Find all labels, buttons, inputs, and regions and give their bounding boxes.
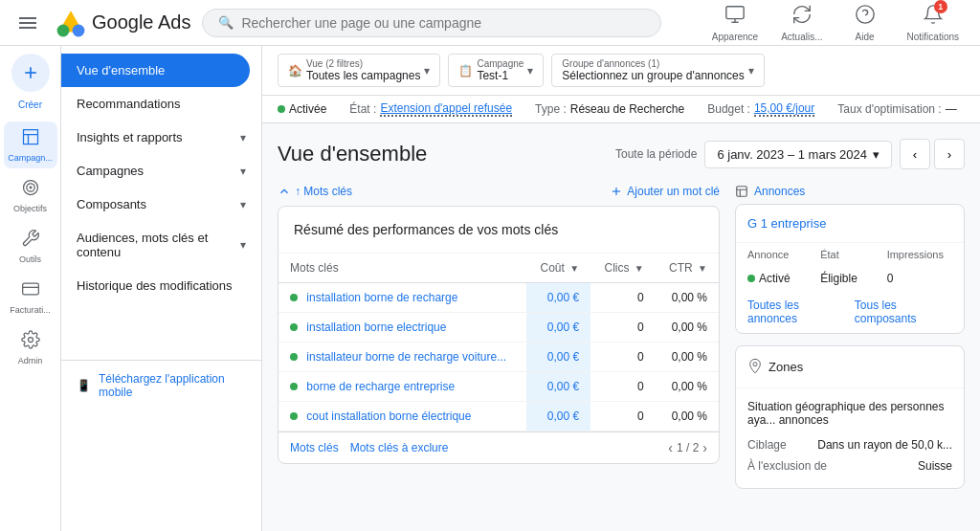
ctr-cell: 0,00 % bbox=[656, 283, 719, 313]
search-icon: 🔍 bbox=[218, 15, 234, 30]
g1-label[interactable]: G 1 entreprise bbox=[747, 216, 826, 231]
top-header: Google Ads 🔍 Apparence Actualis... bbox=[0, 0, 980, 46]
clics-cell: 0 bbox=[590, 313, 656, 343]
sidebar-outils-label: Outils bbox=[19, 254, 41, 264]
keywords-footer-tabs: Mots clés Mots clés à exclure bbox=[290, 441, 448, 454]
sidebar-item-facturation[interactable]: Facturati... bbox=[4, 274, 57, 321]
table-row: installateur borne de recharge voiture..… bbox=[278, 343, 719, 372]
col-keywords: Mots clés bbox=[278, 254, 526, 283]
ctr-cell: 0,00 % bbox=[656, 372, 719, 402]
taux-label: Taux d'optimisation : bbox=[837, 102, 941, 116]
mots-cles-link[interactable]: ↑ Mots clés bbox=[278, 185, 352, 198]
ad-status-cell: Activé bbox=[736, 266, 809, 291]
sort-cout-icon[interactable]: ▼ bbox=[569, 263, 579, 274]
search-bar[interactable]: 🔍 bbox=[202, 9, 661, 37]
refresh-label: Actualis... bbox=[781, 32, 822, 42]
sidebar-item-campagnes[interactable]: Campagn... bbox=[4, 122, 57, 168]
ad-eligible-value: Éligible bbox=[820, 272, 858, 285]
campagne-filter[interactable]: 📋 Campagne Test-1 ▾ bbox=[448, 54, 544, 87]
zones-card-header: Zones bbox=[736, 346, 964, 388]
keyword-link[interactable]: borne de recharge entreprise bbox=[306, 380, 455, 393]
objectifs-icon bbox=[21, 178, 40, 202]
sidebar-item-outils[interactable]: Outils bbox=[4, 223, 57, 270]
etat-value[interactable]: Extension d'appel refusée bbox=[380, 101, 512, 117]
sort-clics-icon[interactable]: ▼ bbox=[635, 263, 644, 274]
keywords-table: Mots clés Coût ▼ Clics ▼ bbox=[278, 254, 719, 431]
nav-item-audiences[interactable]: Audiences, mots clés et contenu ▾ bbox=[61, 221, 261, 269]
svg-rect-18 bbox=[737, 187, 747, 197]
keyword-dot bbox=[290, 353, 298, 361]
nav-item-recommandations[interactable]: Recommandations bbox=[61, 87, 261, 121]
ciblage-value: Dans un rayon de 50,0 k... bbox=[817, 438, 952, 452]
main-column: ↑ Mots clés Ajouter un mot clé Résumé de… bbox=[278, 185, 720, 489]
mots-cles-exclure-tab[interactable]: Mots clés à exclure bbox=[350, 441, 449, 454]
budget-value[interactable]: 15,00 €/jour bbox=[754, 101, 814, 117]
ad-status-value: Activé bbox=[759, 272, 791, 285]
vue-filter[interactable]: 🏠 Vue (2 filtres) Toutes les campagnes ▾ bbox=[278, 54, 440, 87]
ad-col-impressions: Impressions bbox=[876, 243, 964, 266]
keyword-link[interactable]: installation borne de recharge bbox=[306, 291, 457, 304]
toutes-annonces-link[interactable]: Toutes les annonces bbox=[747, 299, 843, 325]
keyword-link[interactable]: installation borne electrique bbox=[306, 321, 446, 334]
mots-cles-tab[interactable]: Mots clés bbox=[290, 441, 339, 454]
next-page-button[interactable]: › bbox=[702, 440, 707, 455]
svg-rect-3 bbox=[726, 6, 744, 18]
pagination: ‹ 1 / 2 › bbox=[668, 440, 707, 455]
date-range-button[interactable]: 6 janv. 2023 – 1 mars 2024 ▾ bbox=[704, 141, 892, 168]
outils-icon bbox=[21, 229, 40, 253]
next-date-button[interactable]: › bbox=[934, 139, 965, 169]
ctr-cell: 0,00 % bbox=[656, 402, 719, 431]
keyword-dot bbox=[290, 383, 298, 390]
notifications-button[interactable]: 1 Notifications bbox=[898, 0, 969, 46]
clics-cell: 0 bbox=[590, 402, 656, 431]
sidebar-campagnes-label: Campagn... bbox=[8, 153, 53, 163]
annonces-link[interactable]: Annonces bbox=[754, 185, 805, 198]
keyword-link[interactable]: cout installation borne électrique bbox=[306, 409, 471, 423]
nav-historique-label: Historique des modifications bbox=[77, 278, 233, 293]
notifications-label: Notifications bbox=[907, 32, 959, 42]
nav-item-vue-ensemble[interactable]: Vue d'ensemble bbox=[61, 54, 250, 87]
tous-composants-link[interactable]: Tous les composants bbox=[855, 299, 952, 325]
prev-date-button[interactable]: ‹ bbox=[900, 139, 930, 169]
sidebar-item-objectifs[interactable]: Objectifs bbox=[4, 172, 57, 219]
sidebar: Créer Campagn... Objectifs Outils Factur… bbox=[0, 46, 61, 531]
prev-page-button[interactable]: ‹ bbox=[668, 440, 673, 455]
search-input[interactable] bbox=[241, 15, 645, 31]
sort-ctr-icon[interactable]: ▼ bbox=[698, 263, 707, 274]
add-keyword-link[interactable]: Ajouter un mot clé bbox=[610, 185, 720, 198]
chevron-down-icon: ▾ bbox=[240, 238, 246, 252]
ad-impressions-value: 0 bbox=[887, 272, 894, 285]
clics-cell: 0 bbox=[590, 283, 656, 313]
logo-svg bbox=[56, 8, 86, 38]
nav-item-composants[interactable]: Composants ▾ bbox=[61, 188, 261, 221]
nav-footer-mobile[interactable]: 📱 Téléchargez l'application mobile bbox=[61, 360, 261, 410]
app-logo: Google Ads bbox=[56, 8, 190, 38]
refresh-button[interactable]: Actualis... bbox=[771, 0, 832, 46]
table-row: borne de recharge entreprise 0,00 € 0 0,… bbox=[278, 372, 719, 402]
sidebar-item-admin[interactable]: Admin bbox=[4, 324, 57, 371]
sidebar-facturation-label: Facturati... bbox=[10, 305, 51, 315]
page-header: Vue d'ensemble Toute la période 6 janv. … bbox=[262, 123, 980, 177]
keyword-cell: borne de recharge entreprise bbox=[278, 372, 526, 402]
type-status: Type : Réseau de Recherche bbox=[535, 102, 684, 116]
keyword-link[interactable]: installateur borne de recharge voiture..… bbox=[306, 350, 506, 364]
menu-icon[interactable] bbox=[11, 7, 44, 39]
nav-item-historique[interactable]: Historique des modifications bbox=[61, 269, 261, 302]
nav-item-insights[interactable]: Insights et rapports ▾ bbox=[61, 121, 261, 154]
ad-col-etat: État bbox=[809, 243, 876, 266]
vue-filter-value: Toutes les campagnes bbox=[306, 69, 420, 82]
chevron-down-icon: ▾ bbox=[240, 198, 246, 211]
chevron-down-icon: ▾ bbox=[240, 165, 246, 178]
nav-insights-label: Insights et rapports bbox=[77, 130, 183, 144]
help-icon bbox=[855, 4, 876, 30]
nav-item-campagnes[interactable]: Campagnes ▾ bbox=[61, 154, 261, 188]
help-button[interactable]: Aide bbox=[836, 0, 894, 46]
table-row: Activé Éligible 0 bbox=[736, 266, 964, 291]
apparence-button[interactable]: Apparence bbox=[702, 0, 768, 46]
apparence-label: Apparence bbox=[712, 32, 758, 42]
ctr-cell: 0,00 % bbox=[656, 313, 719, 343]
groupe-filter[interactable]: Groupe d'annonces (1) Sélectionnez un gr… bbox=[551, 54, 764, 87]
keyword-cell: installation borne electrique bbox=[278, 313, 526, 343]
admin-icon bbox=[21, 330, 40, 354]
create-button[interactable] bbox=[11, 54, 50, 92]
